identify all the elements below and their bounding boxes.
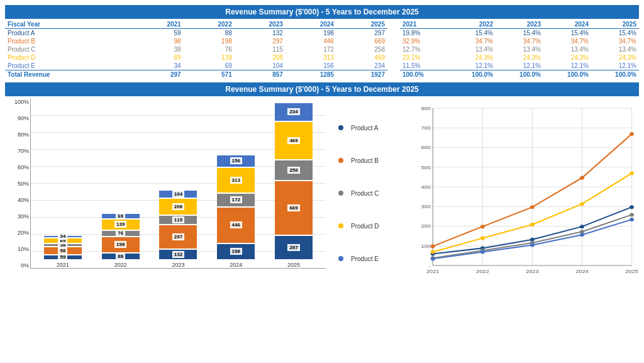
legend-item: Product A — [338, 125, 401, 131]
col-header-pct-2023: 2023 — [496, 20, 543, 29]
product-value: 88 — [184, 29, 235, 38]
bar-segment-label: 198 — [230, 248, 242, 255]
svg-point-39 — [630, 132, 634, 136]
legend-item: Product D — [338, 223, 401, 230]
bar-segment-label: 34 — [58, 233, 67, 240]
bar-segment: 258 — [275, 159, 313, 180]
y-axis-label: 20% — [5, 230, 29, 236]
svg-text:2025: 2025 — [625, 269, 638, 274]
product-value: 156 — [286, 62, 336, 70]
legend-label: Product A — [351, 125, 378, 131]
legend-item: Product C — [338, 190, 401, 197]
table-row: Product E3469104156234 — [5, 62, 387, 70]
bar-x-label: 2022 — [114, 262, 127, 268]
y-axis-label: 100% — [5, 99, 29, 105]
col-header-pct-2021: 2021 — [400, 20, 448, 29]
svg-point-46 — [480, 237, 485, 240]
product-value: 234 — [336, 62, 387, 70]
bar-segment: 76 — [102, 230, 140, 236]
bar-segment-label: 234 — [287, 108, 299, 115]
pct-value: 12.1% — [496, 62, 543, 70]
bar-segment: 69 — [102, 213, 140, 218]
pct-value: 13.4% — [496, 45, 543, 53]
svg-point-33 — [580, 225, 584, 228]
pct-value: 13.4% — [543, 45, 591, 53]
bar-segment: 669 — [275, 180, 313, 235]
total-pct-value: 100.0% — [591, 70, 639, 79]
legend-label: Product E — [351, 255, 379, 262]
bar-group: 59983869342021 — [41, 235, 85, 268]
bar-stack: 198446172313156 — [217, 154, 255, 259]
bar-x-label: 2023 — [172, 262, 184, 268]
right-table: 2021 2022 2023 2024 2025 19.8%15.4%15.4%… — [400, 20, 639, 79]
legend-dot — [338, 256, 343, 261]
pct-value: 19.8% — [400, 29, 448, 38]
pct-value: 15.4% — [591, 29, 639, 38]
y-axis-label: 0% — [5, 262, 29, 269]
total-value: 297 — [133, 70, 184, 79]
col-header-2022: 2022 — [184, 20, 235, 29]
total-pct-value: 100.0% — [448, 70, 496, 79]
bar-stack: 132297115208104 — [159, 189, 197, 259]
bar-group: 8819876139692022 — [99, 213, 143, 268]
total-value: 571 — [184, 70, 235, 79]
svg-text:500: 500 — [421, 164, 431, 170]
svg-point-53 — [580, 233, 584, 237]
col-header-pct-2024: 2024 — [543, 20, 591, 29]
pct-value: 34.7% — [496, 37, 543, 45]
product-value: 258 — [336, 45, 387, 53]
bar-segment: 446 — [217, 206, 255, 243]
product-value: 198 — [184, 37, 235, 45]
total-value: 1927 — [336, 70, 387, 79]
product-name: Product D — [5, 53, 133, 62]
table-row: Product C3876115172258 — [5, 45, 387, 53]
svg-point-48 — [580, 202, 584, 206]
bar-segment-label: 446 — [230, 221, 242, 228]
product-value: 198 — [286, 29, 336, 38]
product-value: 69 — [184, 62, 235, 70]
total-pct-value: 100.0% — [496, 70, 543, 79]
product-value: 115 — [235, 45, 286, 53]
pct-value: 32.9% — [400, 37, 448, 45]
svg-point-34 — [630, 205, 634, 209]
bar-segment: 104 — [159, 189, 197, 198]
bar-segment: 172 — [217, 193, 255, 206]
y-axis-label: 10% — [5, 246, 29, 252]
pct-value: 11.5% — [400, 62, 448, 70]
bar-group: 1984461723131562024 — [214, 154, 258, 268]
bar-segment-label: 69 — [116, 213, 125, 220]
line-chart-container: -100200300400500600700800202120222023202… — [408, 99, 639, 288]
bar-segment-label: 104 — [172, 191, 184, 198]
total-value: 1285 — [286, 70, 336, 79]
bar-segment: 297 — [159, 224, 197, 249]
bar-segment: 198 — [217, 243, 255, 259]
bar-x-label: 2021 — [57, 262, 69, 268]
pct-value: 12.1% — [543, 62, 591, 70]
bar-chart-inner: 5998386934202188198761396920221322971152… — [30, 99, 326, 269]
y-axis-label: 80% — [5, 131, 29, 138]
total-pct-value: 100.0% — [400, 70, 448, 79]
svg-point-49 — [630, 171, 634, 175]
pct-value: 13.4% — [591, 45, 639, 53]
product-value: 132 — [235, 29, 286, 38]
y-axis: 100%90%80%70%60%50%40%30%20%10%0% — [5, 99, 29, 269]
col-header-2025: 2025 — [336, 20, 387, 29]
y-axis-label: 60% — [5, 164, 29, 170]
legend-label: Product B — [351, 157, 379, 164]
product-value: 76 — [184, 45, 235, 53]
svg-point-37 — [530, 205, 535, 209]
bar-x-label: 2025 — [287, 262, 300, 268]
pct-value: 12.1% — [448, 62, 496, 70]
y-axis-label: 30% — [5, 213, 29, 220]
pct-value: 13.4% — [448, 45, 496, 53]
table-row: Product B98198297446669 — [5, 37, 387, 45]
table-row: Product A5988132198297 — [5, 29, 387, 38]
line-chart-svg: -100200300400500600700800202120222023202… — [408, 99, 639, 288]
bar-segment-label: 115 — [172, 216, 184, 223]
y-axis-label: 90% — [5, 115, 29, 121]
bar-segment: 34 — [44, 235, 82, 237]
product-value: 297 — [235, 37, 286, 45]
product-value: 38 — [133, 45, 184, 53]
pct-value: 15.4% — [448, 29, 496, 38]
col-header-pct-2022: 2022 — [448, 20, 496, 29]
